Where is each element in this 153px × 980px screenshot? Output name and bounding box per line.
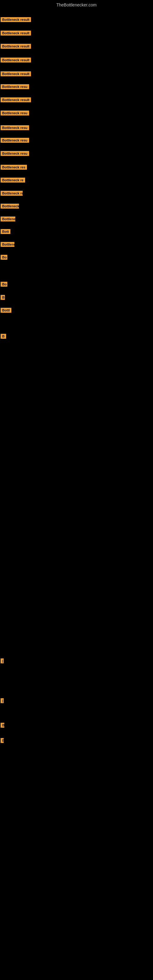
bottleneck-badge: Bottleneck r <box>1 204 19 208</box>
bottleneck-badge: Bottl <box>1 308 11 313</box>
bottleneck-badge: B <box>1 295 5 300</box>
bottleneck-badge: Bottleneck result <box>1 57 31 62</box>
bottleneck-badge: Bottleneck result <box>1 97 31 102</box>
bottleneck-badge: Bottleneck result <box>1 72 31 76</box>
bottleneck-badge: Bottlene <box>1 242 14 247</box>
bottleneck-badge: Bottleneck resu <box>1 125 29 130</box>
bottleneck-badge: Bottleneck res <box>1 165 27 170</box>
bottleneck-badge: | <box>1 659 4 663</box>
bottleneck-badge: Bottlenec <box>1 216 15 221</box>
bottleneck-badge: B <box>1 738 4 743</box>
bottleneck-badge: | <box>1 698 4 703</box>
bottleneck-badge: Bott <box>1 229 10 234</box>
bottleneck-badge: Bottleneck result <box>1 44 31 49</box>
site-title: TheBottlenecker.com <box>0 0 153 10</box>
bottleneck-badge: Bottleneck re <box>1 191 22 196</box>
bottleneck-badge: B <box>1 723 4 728</box>
bottleneck-badge: Bottleneck re <box>1 178 25 183</box>
bottleneck-badge: Bottleneck resu <box>1 111 29 115</box>
bottleneck-badge: Bo <box>1 255 7 260</box>
bottleneck-badge: Bottleneck result <box>1 17 31 22</box>
bottleneck-badge: Bottleneck resu <box>1 84 29 89</box>
bottleneck-badge: Bo <box>1 282 7 286</box>
bottleneck-badge: Bottleneck resu <box>1 138 29 143</box>
bottleneck-badge: B <box>1 334 6 339</box>
bottleneck-badge: Bottleneck result <box>1 30 31 35</box>
bottleneck-badge: Bottleneck resu <box>1 151 29 156</box>
